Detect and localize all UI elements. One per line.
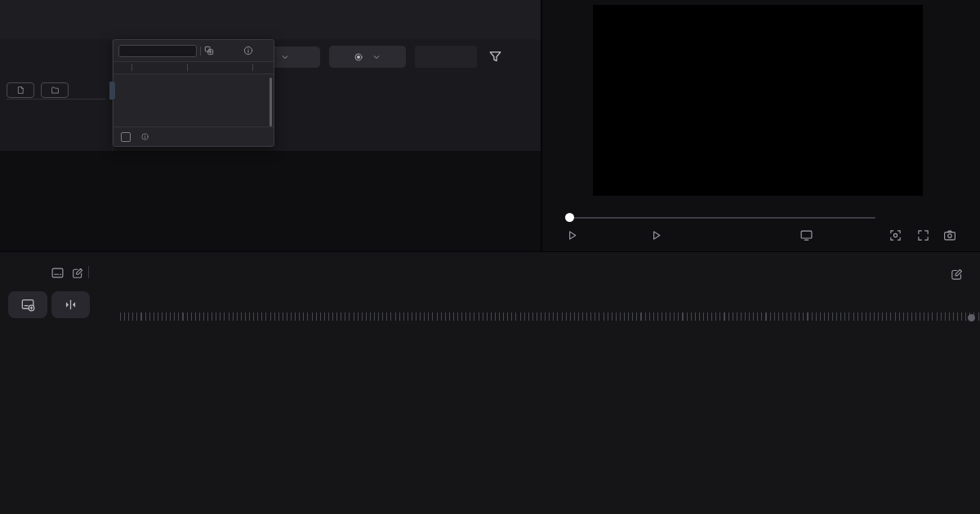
split-clip-icon — [63, 297, 78, 312]
panel-toolbar-divider — [200, 47, 201, 55]
header-separator — [252, 64, 253, 71]
file-icon — [16, 86, 25, 95]
add-subtitle-button[interactable] — [8, 291, 47, 318]
header-separator — [187, 64, 188, 71]
apply-all-checkbox[interactable] — [121, 132, 131, 142]
split-clip-button[interactable] — [51, 291, 90, 318]
chevron-down-icon — [280, 52, 290, 62]
add-subtitle-row-icon[interactable] — [216, 45, 228, 56]
timeline-toolbar-divider — [88, 266, 89, 278]
folder-icon — [51, 86, 60, 95]
playhead-line[interactable] — [119, 290, 121, 514]
add-subtitle-icon — [20, 297, 36, 312]
panel-scrollbar[interactable] — [270, 78, 272, 126]
search-input[interactable] — [118, 45, 197, 57]
media-panel-empty-area — [0, 151, 541, 251]
filter-icon[interactable] — [488, 49, 503, 64]
merge-subtitles-icon[interactable] — [203, 45, 215, 56]
file-view-button[interactable] — [7, 82, 34, 98]
track-header-column — [0, 323, 120, 514]
timeline-edit-pen-icon[interactable] — [71, 267, 84, 280]
video-viewport — [593, 5, 921, 196]
record-button[interactable] — [329, 46, 406, 68]
seek-bar[interactable] — [572, 217, 875, 219]
panel-collapse-handle[interactable] — [109, 82, 115, 100]
record-icon — [354, 52, 363, 62]
subtitle-list-panel — [113, 39, 274, 147]
seek-handle[interactable] — [565, 213, 574, 222]
top-tab-bar — [0, 0, 541, 39]
sidebar — [0, 39, 113, 151]
header-separator — [131, 64, 132, 71]
play-to-end-icon[interactable] — [649, 228, 663, 242]
rename-edit-icon[interactable] — [950, 268, 964, 281]
sidebar-divider — [7, 99, 106, 100]
display-device-icon[interactable] — [800, 228, 813, 242]
ruler-ticks — [120, 312, 980, 321]
chevron-down-icon — [372, 52, 381, 62]
apply-all-footer — [114, 126, 274, 146]
snapshot-icon[interactable] — [942, 228, 957, 242]
panel-more-icon[interactable] — [256, 45, 267, 56]
playhead-handle[interactable] — [118, 289, 122, 296]
track-content-area — [120, 323, 980, 514]
timeline-subtitle-tool-icon[interactable] — [51, 266, 65, 280]
play-icon[interactable] — [565, 228, 579, 242]
info-icon — [140, 132, 149, 141]
my-media-button[interactable] — [415, 46, 477, 68]
zoom-fit-icon[interactable] — [889, 228, 902, 242]
timeline-ruler[interactable] — [120, 287, 980, 321]
timeline-scroll-dot[interactable] — [968, 314, 975, 321]
split-subtitle-icon[interactable] — [229, 45, 240, 56]
subtitle-table-header — [114, 61, 274, 74]
folder-view-button[interactable] — [41, 82, 69, 98]
info-icon[interactable] — [243, 45, 254, 56]
fullscreen-icon[interactable] — [916, 228, 930, 242]
